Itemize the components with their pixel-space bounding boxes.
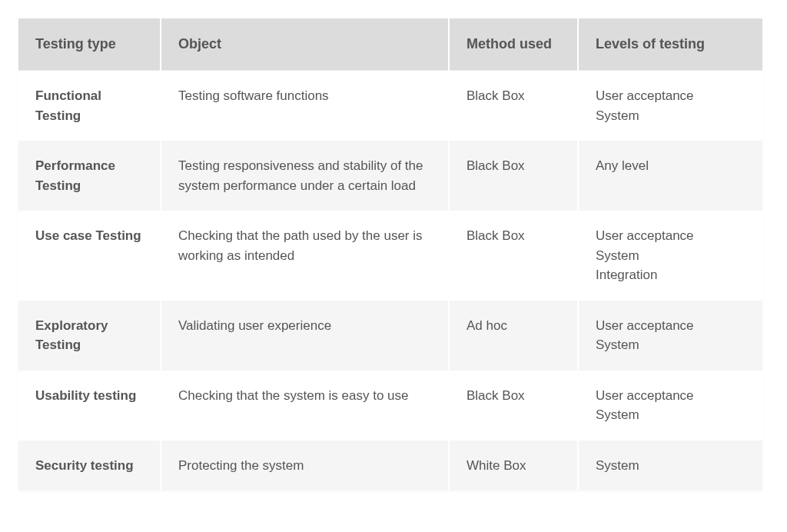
cell-object: Checking that the path used by the user … <box>161 211 449 301</box>
cell-object: Testing responsiveness and stability of … <box>161 141 449 211</box>
cell-testing-type: Performance Testing <box>18 141 161 211</box>
cell-method: Black Box <box>449 211 578 301</box>
header-testing-type: Testing type <box>18 18 161 71</box>
table-row: Security testingProtecting the systemWhi… <box>18 441 762 491</box>
cell-object: Checking that the system is easy to use <box>161 371 449 441</box>
cell-method: Ad hoc <box>449 301 578 371</box>
cell-method: Black Box <box>449 141 578 211</box>
levels-line: System <box>596 106 744 126</box>
levels-line: Integration <box>596 265 744 285</box>
header-object: Object <box>161 18 449 71</box>
cell-levels: User acceptanceSystem <box>578 71 762 141</box>
levels-line: Any level <box>596 156 744 176</box>
cell-object: Protecting the system <box>161 441 449 491</box>
cell-levels: Any level <box>578 141 762 211</box>
cell-method: White Box <box>449 441 578 491</box>
levels-line: User acceptance <box>596 386 744 406</box>
header-levels: Levels of testing <box>578 18 762 71</box>
levels-line: System <box>596 335 744 355</box>
cell-testing-type: Usability testing <box>18 371 161 441</box>
testing-types-table: Testing type Object Method used Levels o… <box>18 18 762 490</box>
cell-object: Validating user experience <box>161 301 449 371</box>
levels-line: System <box>596 456 744 476</box>
cell-levels: User acceptanceSystem <box>578 371 762 441</box>
cell-testing-type: Exploratory Testing <box>18 301 161 371</box>
cell-method: Black Box <box>449 71 578 141</box>
table-body: Functional TestingTesting software funct… <box>18 71 762 491</box>
table-row: Exploratory TestingValidating user exper… <box>18 301 762 371</box>
cell-levels: User acceptanceSystem <box>578 301 762 371</box>
cell-testing-type: Security testing <box>18 441 161 491</box>
table-header-row: Testing type Object Method used Levels o… <box>18 18 762 71</box>
levels-line: User acceptance <box>596 316 744 336</box>
levels-line: User acceptance <box>596 86 744 106</box>
cell-levels: System <box>578 441 762 491</box>
cell-method: Black Box <box>449 371 578 441</box>
cell-object: Testing software functions <box>161 71 449 141</box>
cell-testing-type: Use case Testing <box>18 211 161 301</box>
table-row: Use case TestingChecking that the path u… <box>18 211 762 301</box>
cell-levels: User acceptanceSystemIntegration <box>578 211 762 301</box>
levels-line: System <box>596 246 744 266</box>
header-method: Method used <box>449 18 578 71</box>
levels-line: User acceptance <box>596 226 744 246</box>
cell-testing-type: Functional Testing <box>18 71 161 141</box>
table-row: Usability testingChecking that the syste… <box>18 371 762 441</box>
table-row: Performance TestingTesting responsivenes… <box>18 141 762 211</box>
table: Testing type Object Method used Levels o… <box>18 18 762 490</box>
table-row: Functional TestingTesting software funct… <box>18 71 762 141</box>
levels-line: System <box>596 405 744 425</box>
